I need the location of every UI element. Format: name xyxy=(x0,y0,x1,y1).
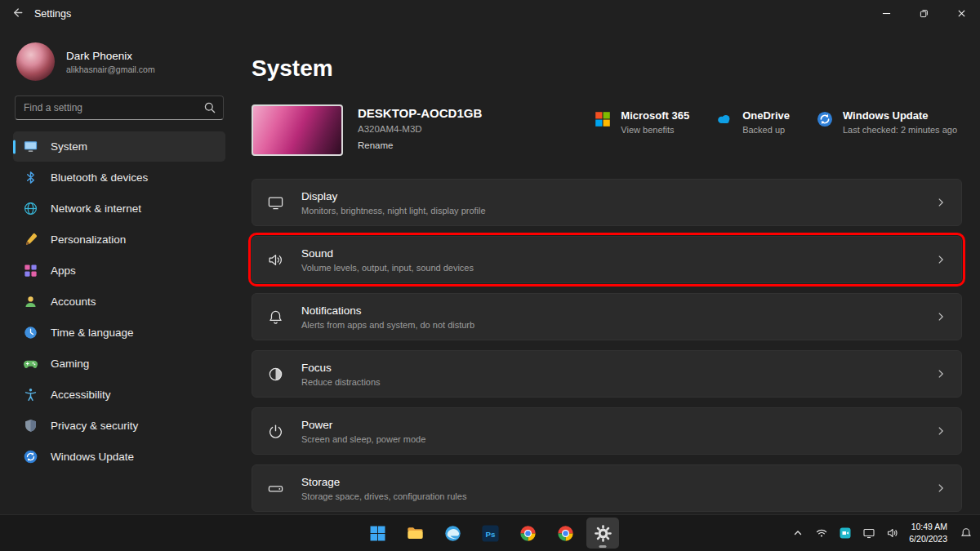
restore-button[interactable] xyxy=(905,0,942,28)
tray-chevron-up-button[interactable] xyxy=(786,519,808,547)
settings-row-title: Sound xyxy=(301,247,474,260)
taskbar-clock[interactable]: 10:49 AM 6/20/2023 xyxy=(909,521,947,544)
tray-volume-icon xyxy=(886,527,899,540)
search-input[interactable] xyxy=(15,96,224,120)
taskbar-tray: 10:49 AM 6/20/2023 xyxy=(786,515,977,551)
settings-row-power[interactable]: PowerScreen and sleep, power mode xyxy=(252,407,962,455)
sidebar-item-network-internet[interactable]: Network & internet xyxy=(13,193,225,224)
settings-row-sound[interactable]: SoundVolume levels, output, input, sound… xyxy=(252,236,962,283)
tray-volume-button[interactable] xyxy=(881,519,903,547)
status-card-title: OneDrive xyxy=(742,109,790,122)
user-email: alikhasnair@gmail.com xyxy=(66,64,155,74)
main-panel: System DESKTOP-AOCD1GB A320AM4-M3D Renam… xyxy=(238,28,980,514)
status-card-windows-update[interactable]: Windows UpdateLast checked: 2 minutes ag… xyxy=(816,109,957,135)
start-icon xyxy=(368,524,387,543)
status-card-title: Microsoft 365 xyxy=(621,109,689,122)
settings-row-description: Screen and sleep, power mode xyxy=(301,434,425,444)
rename-button[interactable]: Rename xyxy=(358,140,482,150)
close-icon xyxy=(957,7,966,21)
file-explorer-button[interactable] xyxy=(399,518,431,549)
chevron-right-icon xyxy=(935,482,947,494)
sidebar-item-personalization[interactable]: Personalization xyxy=(13,224,225,255)
settings-row-focus[interactable]: FocusReduce distractions xyxy=(252,350,962,398)
tray-display-button[interactable] xyxy=(858,519,880,547)
sidebar-nav: SystemBluetooth & devicesNetwork & inter… xyxy=(11,131,227,472)
device-thumbnail xyxy=(252,104,343,156)
minimize-button[interactable] xyxy=(867,0,905,28)
status-card-subtitle: View benefits xyxy=(621,125,689,135)
settings-rows: DisplayMonitors, brightness, night light… xyxy=(252,179,962,514)
apps-icon xyxy=(23,263,38,278)
status-card-subtitle: Backed up xyxy=(742,125,790,135)
display-icon xyxy=(267,194,284,211)
notification-button[interactable] xyxy=(955,519,977,547)
device-header: DESKTOP-AOCD1GB A320AM4-M3D Rename Micro… xyxy=(252,104,962,156)
search-icon[interactable] xyxy=(203,101,216,114)
start-button[interactable] xyxy=(361,518,394,549)
tray-chat-button[interactable] xyxy=(834,519,856,547)
settings-row-description: Alerts from apps and system, do not dist… xyxy=(301,320,474,330)
settings-row-display[interactable]: DisplayMonitors, brightness, night light… xyxy=(252,179,962,226)
titlebar: Settings xyxy=(0,0,980,28)
sidebar-item-privacy-security[interactable]: Privacy & security xyxy=(13,411,225,441)
tray-network-button[interactable] xyxy=(810,519,832,547)
settings-row-description: Reduce distractions xyxy=(301,377,381,387)
edge-button[interactable] xyxy=(436,518,469,549)
svg-text:Ps: Ps xyxy=(485,529,496,538)
status-card-subtitle: Last checked: 2 minutes ago xyxy=(843,125,957,135)
user-name: Dark Phoenix xyxy=(66,50,155,62)
focus-icon xyxy=(267,366,284,383)
clock-time: 10:49 AM xyxy=(909,521,947,533)
photoshop-button[interactable]: Ps xyxy=(474,518,506,549)
avatar xyxy=(16,42,55,81)
tray-chevron-up-icon xyxy=(791,527,804,540)
settings-row-storage[interactable]: StorageStorage space, drives, configurat… xyxy=(252,464,962,512)
bluetooth-icon xyxy=(23,170,38,185)
sidebar-item-gaming[interactable]: Gaming xyxy=(13,349,225,379)
settings-row-description: Volume levels, output, input, sound devi… xyxy=(301,263,474,273)
sidebar-item-accessibility[interactable]: Accessibility xyxy=(13,380,225,410)
status-card-title: Windows Update xyxy=(843,109,957,122)
status-card-onedrive[interactable]: OneDriveBacked up xyxy=(715,109,790,135)
sidebar-item-label: Windows Update xyxy=(51,451,134,463)
photoshop-icon: Ps xyxy=(481,524,500,543)
search-box xyxy=(15,96,224,120)
settings-row-title: Focus xyxy=(301,362,381,374)
sidebar-item-label: Privacy & security xyxy=(51,420,138,432)
sidebar-item-accounts[interactable]: Accounts xyxy=(13,287,225,317)
clock-date: 6/20/2023 xyxy=(909,533,947,545)
chrome-button[interactable] xyxy=(511,518,544,549)
back-button[interactable] xyxy=(0,0,34,28)
tray-network-icon xyxy=(815,527,828,540)
sidebar-item-system[interactable]: System xyxy=(13,131,225,162)
window-controls xyxy=(867,0,980,28)
system-icon xyxy=(23,139,38,154)
device-info: DESKTOP-AOCD1GB A320AM4-M3D Rename xyxy=(358,104,482,150)
status-card-microsoft-365[interactable]: Microsoft 365View benefits xyxy=(594,109,689,135)
sidebar-item-apps[interactable]: Apps xyxy=(13,256,225,286)
device-name: DESKTOP-AOCD1GB xyxy=(358,106,482,120)
settings-row-title: Storage xyxy=(301,476,466,488)
sidebar-item-label: Personalization xyxy=(51,233,126,246)
sidebar-item-label: Apps xyxy=(51,264,76,277)
edge-icon xyxy=(443,524,462,543)
settings-row-notifications[interactable]: NotificationsAlerts from apps and system… xyxy=(252,293,962,340)
gaming-icon xyxy=(23,356,38,371)
notifications-icon xyxy=(267,309,284,326)
sidebar-item-windows-update[interactable]: Windows Update xyxy=(13,442,225,472)
chevron-right-icon xyxy=(935,368,947,380)
content: Dark Phoenix alikhasnair@gmail.com Syste… xyxy=(0,28,980,514)
windows-update-icon xyxy=(23,449,38,464)
microsoft-365-icon xyxy=(594,109,612,128)
settings-gear-button[interactable] xyxy=(586,518,619,549)
window-title: Settings xyxy=(34,8,71,20)
close-button[interactable] xyxy=(942,0,980,28)
chevron-right-icon xyxy=(935,425,947,437)
chrome-icon-2 xyxy=(556,524,575,543)
chrome-2-button[interactable] xyxy=(549,518,581,549)
sidebar-item-bluetooth-devices[interactable]: Bluetooth & devices xyxy=(13,162,225,193)
settings-window: Settings Dark Phoenix alikhasnair@gmail.… xyxy=(0,0,980,551)
device-model: A320AM4-M3D xyxy=(358,124,482,134)
chevron-right-icon xyxy=(935,254,947,265)
sidebar-item-time-language[interactable]: Time & language xyxy=(13,318,225,348)
